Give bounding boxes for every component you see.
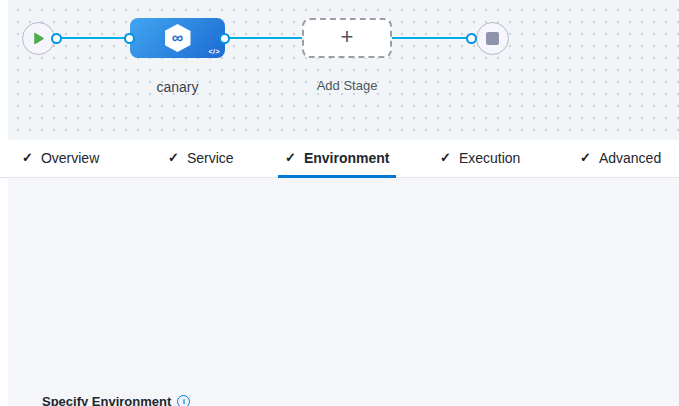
tab-label: Environment — [304, 150, 390, 166]
connector-dot — [219, 33, 230, 44]
check-icon: ✓ — [285, 150, 296, 165]
stage-label[interactable]: canary — [130, 79, 225, 95]
add-stage-label[interactable]: Add Stage — [302, 78, 392, 93]
environment-panel: Specify Environment i Σx ‹ Back Continue… — [0, 179, 679, 406]
connector-dot — [51, 33, 62, 44]
plus-icon: + — [341, 26, 354, 48]
specify-environment-row: Specify Environment i — [42, 394, 190, 406]
check-icon: ✓ — [168, 150, 179, 165]
tab-overview[interactable]: ✓ Overview — [15, 140, 106, 178]
tab-label: Execution — [459, 150, 520, 166]
check-icon: ✓ — [440, 150, 451, 165]
add-stage-button[interactable]: + — [302, 18, 392, 58]
stage-config-tabbar: ✓ Overview ✓ Service ✓ Environment ✓ Exe… — [0, 140, 679, 178]
canary-deployment-icon: ∞ — [165, 24, 191, 52]
tab-label: Advanced — [599, 150, 661, 166]
check-icon: ✓ — [580, 150, 591, 165]
edge-start-to-stage — [56, 37, 130, 39]
connector-dot — [124, 33, 135, 44]
tab-execution[interactable]: ✓ Execution — [433, 140, 527, 178]
pipeline-canvas[interactable]: ∞ </> + canary Add Stage — [0, 0, 679, 140]
edge-addstage-to-end — [392, 37, 471, 39]
info-icon[interactable]: i — [177, 395, 190, 406]
connector-dot — [466, 33, 477, 44]
pipeline-studio-window: ∞ </> + canary Add Stage ✓ Overview ✓ Se… — [0, 0, 679, 406]
tab-label: Overview — [41, 150, 99, 166]
tab-service[interactable]: ✓ Service — [161, 140, 241, 178]
tab-label: Service — [187, 150, 234, 166]
play-icon — [32, 32, 45, 45]
edge-stage-to-addstage — [225, 37, 303, 39]
specify-environment-label: Specify Environment — [42, 394, 171, 406]
stop-icon — [486, 32, 499, 45]
tab-advanced[interactable]: ✓ Advanced — [573, 140, 668, 178]
infinity-glyph: ∞ — [172, 30, 183, 46]
pipeline-end-node[interactable] — [476, 22, 509, 55]
code-icon: </> — [208, 48, 220, 55]
tab-environment[interactable]: ✓ Environment — [278, 140, 396, 178]
panel-background — [8, 179, 679, 406]
stage-node-canary[interactable]: ∞ </> — [130, 18, 225, 58]
check-icon: ✓ — [22, 150, 33, 165]
